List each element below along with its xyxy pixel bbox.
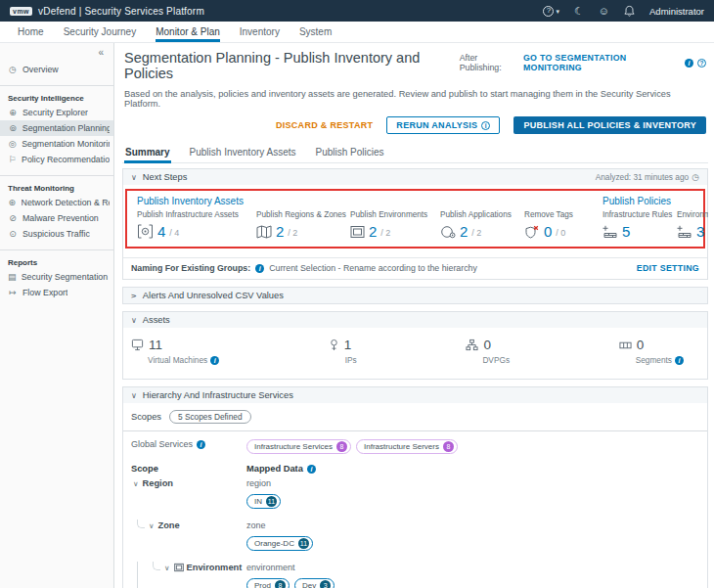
info-icon[interactable]: i — [210, 356, 219, 365]
tag-pill-in[interactable]: IN11 — [246, 494, 281, 509]
tag-pill-infrastructure-services[interactable]: Infrastructure Services8 — [246, 439, 351, 454]
sidebar-item-malware-prevention[interactable]: ⊘Malware Prevention — [0, 210, 113, 226]
environment-rules-icon — [677, 225, 692, 239]
tab-bar: SummaryPublish Inventory AssetsPublish P… — [122, 138, 708, 163]
sidebar-group-label-security-intelligence: Security Intelligence — [0, 91, 113, 105]
nav-item-inventory[interactable]: Inventory — [240, 22, 280, 42]
sidebar-item-overview[interactable]: ◷Overview — [0, 62, 113, 77]
asset-value: 11 — [149, 338, 162, 352]
sidebar: « ◷OverviewSecurity Intelligence⊕Securit… — [0, 43, 114, 588]
section-hierarchy: ∨Hierarchy And Infrastructure Services S… — [122, 386, 708, 588]
sidebar-item-suspicious-traffic[interactable]: ⊙Suspicious Traffic — [0, 226, 113, 242]
tag-pill-prod[interactable]: Prod8 — [246, 578, 290, 588]
section-title: Next Steps — [143, 172, 187, 182]
sidebar-item-label: Suspicious Traffic — [22, 229, 90, 239]
nav-item-monitor-plan[interactable]: Monitor & Plan — [156, 22, 220, 42]
divider — [123, 430, 707, 431]
page-title: Segmentation Planning - Publish Inventor… — [124, 50, 460, 81]
segmentation-monitoring-icon: ◎ — [8, 139, 17, 149]
sidebar-item-label: Malware Prevention — [22, 213, 99, 223]
virtual-machines-icon — [131, 339, 144, 351]
scroll-area: ∨Next Steps Analyzed: 31 minutes ago◷ Pu… — [122, 163, 708, 588]
help-menu-icon[interactable]: ?▾ — [543, 6, 559, 17]
sidebar-item-segmentation-planning[interactable]: ⊚Segmentation Planning — [0, 120, 113, 136]
stat-label: Publish Infrastructure Assets — [137, 210, 256, 219]
dark-mode-icon[interactable]: ☾ — [574, 6, 584, 17]
tag-pill-infrastructure-servers[interactable]: Infrastructure Servers8 — [356, 439, 458, 454]
hierarchy-header[interactable]: ∨Hierarchy And Infrastructure Services — [123, 387, 707, 403]
tab-summary[interactable]: Summary — [124, 144, 171, 162]
mapped-data-label: zone — [246, 520, 699, 530]
tab-publish-inventory-assets[interactable]: Publish Inventory Assets — [189, 144, 297, 162]
chevron-down-icon[interactable]: ∨ — [162, 562, 174, 572]
info-icon[interactable]: i — [307, 465, 316, 474]
next-steps-header[interactable]: ∨Next Steps Analyzed: 31 minutes ago◷ — [123, 169, 707, 185]
next-step-infrastructure-rules: Infrastructure Rules5 — [602, 210, 677, 239]
sidebar-item-security-explorer[interactable]: ⊕Security Explorer — [0, 105, 113, 120]
flow-export-icon: ↦ — [8, 288, 18, 297]
global-services-label: Global Services — [131, 439, 193, 449]
go-to-segmentation-monitoring-link[interactable]: GO TO SEGMENTATION MONITORING — [523, 53, 681, 72]
asset-stat-segments: 0Segmentsi — [619, 338, 684, 365]
user-menu[interactable]: Administrator — [649, 6, 704, 17]
sidebar-item-label: Segmentation Planning — [22, 123, 110, 133]
info-icon[interactable]: i — [255, 264, 264, 273]
next-steps-highlight-box: Publish Inventory Assets Publish Infrast… — [125, 189, 705, 249]
nav-item-system[interactable]: System — [299, 22, 332, 42]
tree-connector — [147, 562, 162, 588]
assets-header[interactable]: ∨Assets — [123, 312, 707, 328]
scope-row-zone: ∨ZonezoneOrange-DC11 — [131, 520, 699, 562]
chevron-down-icon[interactable]: ∨ — [147, 520, 158, 530]
next-step-remove-tags: Remove Tags0/ 0 — [524, 210, 587, 239]
asset-label: DVPGs — [482, 355, 510, 365]
tag-pill-orange-dc[interactable]: Orange-DC11 — [246, 536, 313, 551]
rerun-analysis-button[interactable]: RERUN ANALYSISi — [386, 116, 500, 134]
sidebar-item-security-segmentation-r[interactable]: ▤Security Segmentation R... — [0, 269, 113, 285]
edit-setting-link[interactable]: EDIT SETTING — [637, 263, 699, 273]
sidebar-collapse-icon[interactable]: « — [0, 43, 113, 60]
clock-icon: ◷ — [692, 172, 699, 182]
stat-value: 2 — [369, 224, 377, 239]
main-nav: HomeSecurity JourneyMonitor & PlanInvent… — [0, 22, 714, 43]
section-next-steps: ∨Next Steps Analyzed: 31 minutes ago◷ Pu… — [122, 168, 708, 280]
chevron-down-icon[interactable]: ∨ — [131, 477, 143, 488]
section-assets: ∨Assets 11Virtual Machinesi1IPs0DVPGs0Se… — [122, 311, 708, 380]
notifications-bell-icon[interactable] — [624, 5, 635, 17]
sidebar-item-segmentation-monitoring[interactable]: ◎Segmentation Monitoring — [0, 136, 113, 152]
stat-value: 5 — [622, 224, 630, 239]
tag-name: Orange-DC — [254, 539, 294, 548]
info-icon: i — [481, 121, 490, 130]
stat-total: / 2 — [288, 228, 297, 239]
help-icon[interactable]: ? — [697, 59, 706, 68]
applications-icon — [440, 225, 456, 239]
mapped-data-column-header: Mapped Data — [246, 464, 303, 474]
alerts-header[interactable]: ∨Alerts And Unresolved CSV Values — [123, 288, 707, 303]
page-description: Based on the analysis, policies and inve… — [122, 83, 708, 111]
sidebar-item-label: Security Segmentation R... — [22, 272, 110, 282]
sidebar-item-policy-recommendations[interactable]: ⚐Policy Recommendations — [0, 152, 113, 167]
nav-item-home[interactable]: Home — [18, 22, 44, 42]
info-icon[interactable]: i — [685, 59, 693, 68]
vmware-logo: vmw — [10, 7, 32, 16]
sidebar-item-network-detection-res[interactable]: ⊛Network Detection & Res... — [0, 195, 113, 210]
nav-item-security-journey[interactable]: Security Journey — [64, 22, 136, 42]
tag-pill-dev[interactable]: Dev3 — [294, 578, 335, 588]
tab-publish-policies[interactable]: Publish Policies — [315, 144, 385, 162]
stat-label: Infrastructure Rules — [602, 210, 677, 219]
info-icon[interactable]: i — [197, 440, 205, 449]
stat-label: Publish Regions & Zones — [256, 210, 350, 219]
discard-restart-button[interactable]: DISCARD & RESTART — [276, 120, 373, 130]
feedback-icon[interactable]: ☺ — [599, 6, 609, 17]
next-step-environment-rules: Environment Rules3 — [677, 210, 708, 239]
environments-icon — [350, 225, 365, 239]
section-title: Alerts And Unresolved CSV Values — [143, 291, 284, 300]
publish-all-button[interactable]: PUBLISH ALL POLICIES & INVENTORY — [513, 116, 706, 134]
app-title: vDefend | Security Services Platform — [38, 6, 204, 17]
sidebar-item-flow-export[interactable]: ↦Flow Export — [0, 285, 113, 300]
security-segmentation-report-icon: ▤ — [8, 272, 17, 282]
info-icon[interactable]: i — [675, 356, 684, 365]
sidebar-item-label: Flow Export — [22, 288, 67, 297]
tag-count-badge: 8 — [336, 441, 347, 452]
after-publishing-label: After Publishing: — [460, 53, 519, 72]
infrastructure-rules-icon — [602, 225, 618, 239]
